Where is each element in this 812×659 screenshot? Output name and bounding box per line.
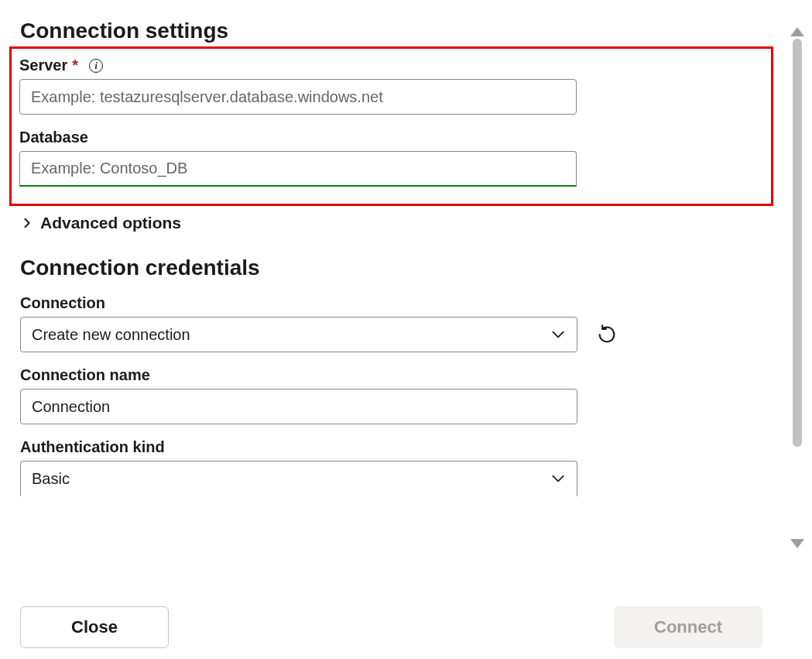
vertical-scrollbar[interactable] xyxy=(789,25,806,551)
connection-label-row: Connection xyxy=(20,294,762,312)
connection-name-label-row: Connection name xyxy=(20,366,762,384)
server-input[interactable] xyxy=(19,79,577,115)
auth-kind-label-row: Authentication kind xyxy=(20,438,762,456)
connection-name-input[interactable] xyxy=(20,389,577,424)
auth-kind-select-wrap: Basic xyxy=(20,461,577,496)
scroll-track[interactable] xyxy=(793,39,802,537)
database-label: Database xyxy=(19,129,88,146)
server-field-group: Server * i xyxy=(19,57,763,115)
chevron-right-icon xyxy=(22,218,33,228)
scroll-down-arrow-icon xyxy=(790,539,804,548)
advanced-options-label: Advanced options xyxy=(40,214,181,232)
advanced-options-toggle[interactable]: Advanced options xyxy=(22,214,762,232)
required-marker: * xyxy=(72,57,78,74)
scroll-thumb[interactable] xyxy=(793,39,802,447)
auth-kind-field-group: Authentication kind Basic xyxy=(20,438,762,496)
connect-button: Connect xyxy=(614,606,762,648)
server-label-row: Server * i xyxy=(19,57,763,74)
server-label: Server xyxy=(19,57,67,74)
connection-name-field-group: Connection name xyxy=(20,366,762,424)
database-field-group: Database xyxy=(19,129,763,187)
database-label-row: Database xyxy=(19,129,763,146)
database-input[interactable] xyxy=(19,151,577,187)
dialog-footer: Close Connect xyxy=(0,606,783,648)
connection-credentials-heading: Connection credentials xyxy=(20,256,762,280)
connection-name-label: Connection name xyxy=(20,366,150,384)
connection-select-wrap: Create new connection xyxy=(20,317,577,352)
auth-kind-select[interactable]: Basic xyxy=(20,461,577,496)
scroll-up-arrow-icon xyxy=(790,27,804,36)
close-button[interactable]: Close xyxy=(20,606,169,648)
connection-label: Connection xyxy=(20,294,105,312)
connection-field-group: Connection Create new connection xyxy=(20,294,762,352)
highlighted-settings-group: Server * i Database xyxy=(9,46,773,206)
info-icon[interactable]: i xyxy=(89,59,103,73)
refresh-button[interactable] xyxy=(593,321,621,348)
dialog-content: Connection settings Server * i Database … xyxy=(0,0,783,659)
connection-select[interactable]: Create new connection xyxy=(20,317,577,352)
auth-kind-label: Authentication kind xyxy=(20,438,165,456)
scroll-up-button[interactable] xyxy=(789,25,806,39)
connection-settings-heading: Connection settings xyxy=(20,19,762,43)
refresh-icon xyxy=(596,324,618,345)
scroll-down-button[interactable] xyxy=(789,537,806,551)
